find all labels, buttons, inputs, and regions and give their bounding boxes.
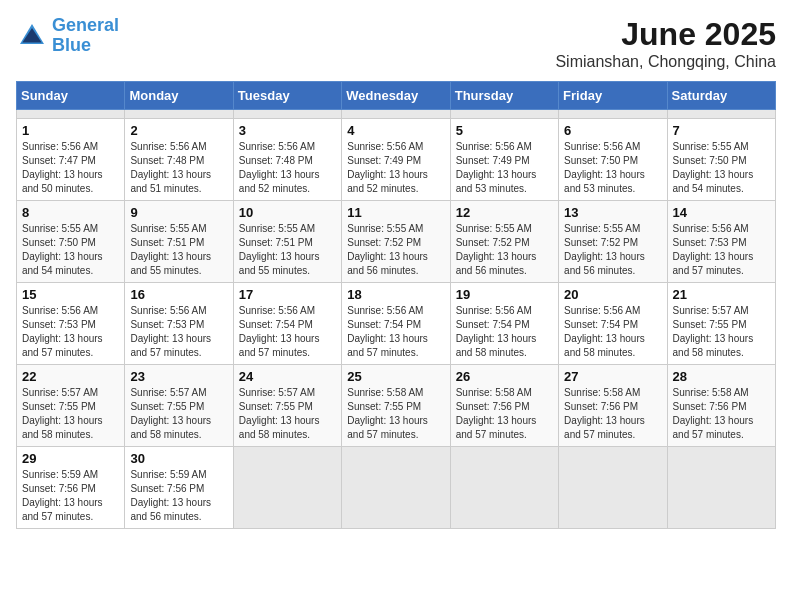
calendar-week-row: 1Sunrise: 5:56 AMSunset: 7:47 PMDaylight…: [17, 119, 776, 201]
calendar-cell: 2Sunrise: 5:56 AMSunset: 7:48 PMDaylight…: [125, 119, 233, 201]
calendar-body: 1Sunrise: 5:56 AMSunset: 7:47 PMDaylight…: [17, 110, 776, 529]
header-day: Monday: [125, 82, 233, 110]
calendar-title: June 2025: [555, 16, 776, 53]
calendar-cell: 22Sunrise: 5:57 AMSunset: 7:55 PMDayligh…: [17, 365, 125, 447]
header-day: Friday: [559, 82, 667, 110]
calendar-cell: [667, 110, 775, 119]
calendar-cell: 17Sunrise: 5:56 AMSunset: 7:54 PMDayligh…: [233, 283, 341, 365]
calendar-cell: 30Sunrise: 5:59 AMSunset: 7:56 PMDayligh…: [125, 447, 233, 529]
day-info: Sunrise: 5:56 AMSunset: 7:53 PMDaylight:…: [673, 222, 770, 278]
day-info: Sunrise: 5:56 AMSunset: 7:48 PMDaylight:…: [239, 140, 336, 196]
day-info: Sunrise: 5:56 AMSunset: 7:48 PMDaylight:…: [130, 140, 227, 196]
header-day: Tuesday: [233, 82, 341, 110]
calendar-header-row: SundayMondayTuesdayWednesdayThursdayFrid…: [17, 82, 776, 110]
calendar-cell: 9Sunrise: 5:55 AMSunset: 7:51 PMDaylight…: [125, 201, 233, 283]
day-number: 26: [456, 369, 553, 384]
calendar-cell: 7Sunrise: 5:55 AMSunset: 7:50 PMDaylight…: [667, 119, 775, 201]
calendar-cell: 20Sunrise: 5:56 AMSunset: 7:54 PMDayligh…: [559, 283, 667, 365]
calendar-cell: 26Sunrise: 5:58 AMSunset: 7:56 PMDayligh…: [450, 365, 558, 447]
calendar-cell: 21Sunrise: 5:57 AMSunset: 7:55 PMDayligh…: [667, 283, 775, 365]
day-number: 16: [130, 287, 227, 302]
day-info: Sunrise: 5:55 AMSunset: 7:52 PMDaylight:…: [456, 222, 553, 278]
calendar-cell: 25Sunrise: 5:58 AMSunset: 7:55 PMDayligh…: [342, 365, 450, 447]
calendar-cell: [450, 110, 558, 119]
day-info: Sunrise: 5:56 AMSunset: 7:54 PMDaylight:…: [456, 304, 553, 360]
day-number: 1: [22, 123, 119, 138]
calendar-subtitle: Simianshan, Chongqing, China: [555, 53, 776, 71]
day-number: 8: [22, 205, 119, 220]
calendar-cell: 5Sunrise: 5:56 AMSunset: 7:49 PMDaylight…: [450, 119, 558, 201]
day-info: Sunrise: 5:56 AMSunset: 7:54 PMDaylight:…: [564, 304, 661, 360]
calendar-week-row: 15Sunrise: 5:56 AMSunset: 7:53 PMDayligh…: [17, 283, 776, 365]
day-number: 13: [564, 205, 661, 220]
day-info: Sunrise: 5:57 AMSunset: 7:55 PMDaylight:…: [673, 304, 770, 360]
header-day: Saturday: [667, 82, 775, 110]
day-info: Sunrise: 5:56 AMSunset: 7:53 PMDaylight:…: [22, 304, 119, 360]
calendar-cell: [233, 110, 341, 119]
day-info: Sunrise: 5:56 AMSunset: 7:54 PMDaylight:…: [347, 304, 444, 360]
day-info: Sunrise: 5:56 AMSunset: 7:54 PMDaylight:…: [239, 304, 336, 360]
header-day: Sunday: [17, 82, 125, 110]
calendar-week-row: 29Sunrise: 5:59 AMSunset: 7:56 PMDayligh…: [17, 447, 776, 529]
day-number: 2: [130, 123, 227, 138]
day-info: Sunrise: 5:56 AMSunset: 7:53 PMDaylight:…: [130, 304, 227, 360]
calendar-cell: [125, 110, 233, 119]
day-number: 20: [564, 287, 661, 302]
title-area: June 2025 Simianshan, Chongqing, China: [555, 16, 776, 71]
calendar-cell: 15Sunrise: 5:56 AMSunset: 7:53 PMDayligh…: [17, 283, 125, 365]
day-info: Sunrise: 5:58 AMSunset: 7:56 PMDaylight:…: [456, 386, 553, 442]
logo: General Blue: [16, 16, 119, 56]
day-number: 7: [673, 123, 770, 138]
calendar-cell: [667, 447, 775, 529]
calendar-cell: [559, 447, 667, 529]
calendar-cell: [342, 447, 450, 529]
calendar-cell: [450, 447, 558, 529]
calendar-cell: [17, 110, 125, 119]
day-number: 10: [239, 205, 336, 220]
day-info: Sunrise: 5:56 AMSunset: 7:49 PMDaylight:…: [456, 140, 553, 196]
day-number: 17: [239, 287, 336, 302]
day-info: Sunrise: 5:57 AMSunset: 7:55 PMDaylight:…: [130, 386, 227, 442]
calendar-cell: 29Sunrise: 5:59 AMSunset: 7:56 PMDayligh…: [17, 447, 125, 529]
day-number: 30: [130, 451, 227, 466]
day-number: 6: [564, 123, 661, 138]
calendar-week-row: [17, 110, 776, 119]
calendar-cell: 10Sunrise: 5:55 AMSunset: 7:51 PMDayligh…: [233, 201, 341, 283]
day-number: 28: [673, 369, 770, 384]
calendar-week-row: 8Sunrise: 5:55 AMSunset: 7:50 PMDaylight…: [17, 201, 776, 283]
day-number: 15: [22, 287, 119, 302]
day-info: Sunrise: 5:57 AMSunset: 7:55 PMDaylight:…: [22, 386, 119, 442]
calendar-cell: 12Sunrise: 5:55 AMSunset: 7:52 PMDayligh…: [450, 201, 558, 283]
calendar-cell: [559, 110, 667, 119]
day-info: Sunrise: 5:58 AMSunset: 7:56 PMDaylight:…: [673, 386, 770, 442]
calendar-cell: 18Sunrise: 5:56 AMSunset: 7:54 PMDayligh…: [342, 283, 450, 365]
calendar-cell: 8Sunrise: 5:55 AMSunset: 7:50 PMDaylight…: [17, 201, 125, 283]
day-number: 14: [673, 205, 770, 220]
day-info: Sunrise: 5:55 AMSunset: 7:51 PMDaylight:…: [130, 222, 227, 278]
calendar-cell: 3Sunrise: 5:56 AMSunset: 7:48 PMDaylight…: [233, 119, 341, 201]
day-info: Sunrise: 5:55 AMSunset: 7:50 PMDaylight:…: [22, 222, 119, 278]
calendar-cell: 6Sunrise: 5:56 AMSunset: 7:50 PMDaylight…: [559, 119, 667, 201]
day-number: 21: [673, 287, 770, 302]
day-info: Sunrise: 5:56 AMSunset: 7:47 PMDaylight:…: [22, 140, 119, 196]
calendar-cell: [233, 447, 341, 529]
day-info: Sunrise: 5:59 AMSunset: 7:56 PMDaylight:…: [130, 468, 227, 524]
day-info: Sunrise: 5:58 AMSunset: 7:55 PMDaylight:…: [347, 386, 444, 442]
calendar-cell: 23Sunrise: 5:57 AMSunset: 7:55 PMDayligh…: [125, 365, 233, 447]
header-day: Wednesday: [342, 82, 450, 110]
calendar-table: SundayMondayTuesdayWednesdayThursdayFrid…: [16, 81, 776, 529]
day-number: 29: [22, 451, 119, 466]
day-info: Sunrise: 5:57 AMSunset: 7:55 PMDaylight:…: [239, 386, 336, 442]
calendar-cell: 27Sunrise: 5:58 AMSunset: 7:56 PMDayligh…: [559, 365, 667, 447]
calendar-cell: 13Sunrise: 5:55 AMSunset: 7:52 PMDayligh…: [559, 201, 667, 283]
day-number: 19: [456, 287, 553, 302]
calendar-cell: 4Sunrise: 5:56 AMSunset: 7:49 PMDaylight…: [342, 119, 450, 201]
day-number: 25: [347, 369, 444, 384]
calendar-cell: 14Sunrise: 5:56 AMSunset: 7:53 PMDayligh…: [667, 201, 775, 283]
header-day: Thursday: [450, 82, 558, 110]
day-number: 24: [239, 369, 336, 384]
calendar-cell: 24Sunrise: 5:57 AMSunset: 7:55 PMDayligh…: [233, 365, 341, 447]
calendar-cell: 11Sunrise: 5:55 AMSunset: 7:52 PMDayligh…: [342, 201, 450, 283]
calendar-cell: 16Sunrise: 5:56 AMSunset: 7:53 PMDayligh…: [125, 283, 233, 365]
day-number: 23: [130, 369, 227, 384]
